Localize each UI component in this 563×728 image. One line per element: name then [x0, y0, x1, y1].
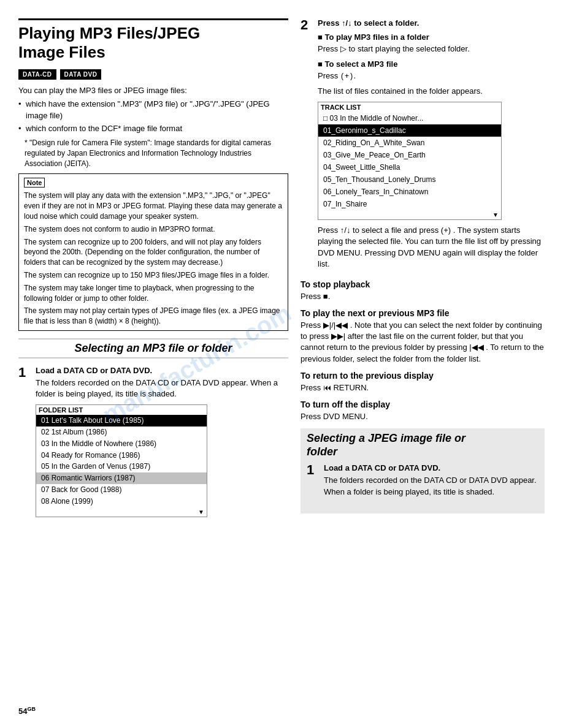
subsection-select-title: To select a MP3 file — [318, 59, 545, 69]
step-desc: The folders recorded on the DATA CD or D… — [36, 377, 288, 400]
jpeg-section-title: Selecting a JPEG image file or folder — [307, 432, 538, 458]
track-item: 07_In_Shaire — [318, 198, 501, 210]
list-box-arrow: ▼ — [36, 507, 207, 517]
jpeg-step-title: Load a DATA CD or DATA DVD. — [324, 463, 538, 472]
note-item: The system does not conform to audio in … — [24, 224, 283, 235]
note-label: Note — [24, 178, 45, 188]
track-list-box: TRACK LIST □ 03 In the Middle of Nowher.… — [318, 102, 502, 220]
track-item: 03_Give_Me_Peace_On_Earth — [318, 149, 501, 161]
subsection-select-text: Press (+). — [318, 70, 545, 82]
right-step-number: 2 — [301, 18, 313, 273]
step-title: Load a DATA CD or DATA DVD. — [36, 366, 288, 375]
jpeg-step-content: Load a DATA CD or DATA DVD. The folders … — [324, 463, 538, 501]
track-item-highlighted: 01_Geronimo_s_Cadillac — [318, 124, 501, 137]
turn-off-heading: To turn off the display — [301, 400, 545, 409]
after-list-text: Press ↑/↓ to select a file and press (+)… — [318, 225, 545, 270]
step-1: 1 Load a DATA CD or DATA DVD. The folder… — [18, 366, 288, 522]
jpeg-section-box: Selecting a JPEG image file or folder 1 … — [301, 428, 545, 514]
track-item: 04_Sweet_Little_Shella — [318, 161, 501, 173]
page-title: Playing MP3 Files/JPEG Image Files — [18, 18, 288, 62]
track-item: 06_Lonely_Tears_In_Chinatown — [318, 186, 501, 198]
subsection-play-text: Press ▷ to start playing the selected fo… — [318, 44, 545, 55]
step-number: 1 — [18, 366, 31, 522]
step-content: Load a DATA CD or DATA DVD. The folders … — [36, 366, 288, 522]
subsection-play-title: To play MP3 files in a folder — [318, 32, 545, 42]
badge-data-cd: DATA-CD — [18, 69, 56, 80]
folder-list-item: 03 In the Middle of Nowhere (1986) — [36, 438, 207, 450]
folder-list-item: 07 Back for Good (1988) — [36, 484, 207, 496]
page-number: 54GB — [18, 706, 36, 716]
right-column: 2 Press ↑/↓ to select a folder. To play … — [301, 18, 545, 710]
note-item: The system will play any data with the e… — [24, 191, 283, 221]
note-item: The system can recognize up to 150 MP3 f… — [24, 270, 283, 281]
bullet-item: which conform to the DCF* image file for… — [18, 123, 288, 134]
footnote: * "Design rule for Camera File system": … — [25, 138, 288, 169]
jpeg-step-1: 1 Load a DATA CD or DATA DVD. The folder… — [307, 463, 538, 501]
right-step-title: Press ↑/↓ to select a folder. — [318, 18, 545, 28]
stop-playback-heading: To stop playback — [301, 279, 545, 289]
track-folder-item: □ 03 In the Middle of Nowher... — [318, 112, 501, 124]
folder-list-item: 05 In the Garden of Venus (1987) — [36, 461, 207, 472]
folder-list-item-selected: 06 Romantic Warriors (1987) — [36, 472, 207, 484]
jpeg-step-desc: The folders recorded on the DATA CD or D… — [324, 475, 538, 497]
folder-list-item: 08 Alone (1999) — [36, 496, 207, 507]
note-item: The system may not play certain types of… — [24, 306, 283, 327]
note-item: The system can recognize up to 200 folde… — [24, 237, 283, 268]
left-column: Playing MP3 Files/JPEG Image Files DATA-… — [18, 18, 288, 710]
jpeg-step-number: 1 — [307, 463, 319, 501]
next-prev-text: Press ▶|/|◀◀ . Note that you can select … — [301, 320, 545, 365]
folder-list-label: FOLDER LIST — [36, 405, 207, 415]
folder-list-box: FOLDER LIST 01 Let's Talk About Love (19… — [36, 404, 207, 517]
note-item: The system may take longer time to playb… — [24, 283, 283, 304]
track-box-arrow: ▼ — [318, 210, 501, 219]
next-prev-heading: To play the next or previous MP3 file — [301, 308, 545, 318]
return-display-text: Press ⏮ RETURN. — [301, 382, 545, 393]
intro-text: You can play the MP3 files or JPEG image… — [18, 86, 288, 95]
right-step-2: 2 Press ↑/↓ to select a folder. To play … — [301, 18, 545, 273]
bullet-item: which have the extension ".MP3" (MP3 fil… — [18, 99, 288, 121]
badge-data-dvd: DATA DVD — [60, 69, 102, 80]
right-step-content: Press ↑/↓ to select a folder. To play MP… — [318, 18, 545, 273]
badge-row: DATA-CD DATA DVD — [18, 69, 288, 80]
turn-off-text: Press DVD MENU. — [301, 411, 545, 422]
subsection-select-desc: The list of files contained in the folde… — [318, 86, 545, 97]
track-item: 05_Ten_Thousand_Lonely_Drums — [318, 173, 501, 186]
bullet-list: which have the extension ".MP3" (MP3 fil… — [18, 99, 288, 134]
section-mp3-heading: Selecting an MP3 file or folder — [18, 338, 288, 358]
note-box: Note The system will play any data with … — [18, 173, 288, 331]
track-item: 02_Riding_On_A_White_Swan — [318, 137, 501, 149]
return-display-heading: To return to the previous display — [301, 371, 545, 381]
stop-playback-text: Press ■. — [301, 291, 545, 302]
folder-list-item: 04 Ready for Romance (1986) — [36, 450, 207, 461]
folder-list-item: 01 Let's Talk About Love (1985) — [36, 415, 207, 427]
track-list-label: TRACK LIST — [318, 102, 501, 112]
folder-list-item: 02 1st Album (1986) — [36, 427, 207, 438]
plus-symbol: (+) — [340, 72, 354, 81]
